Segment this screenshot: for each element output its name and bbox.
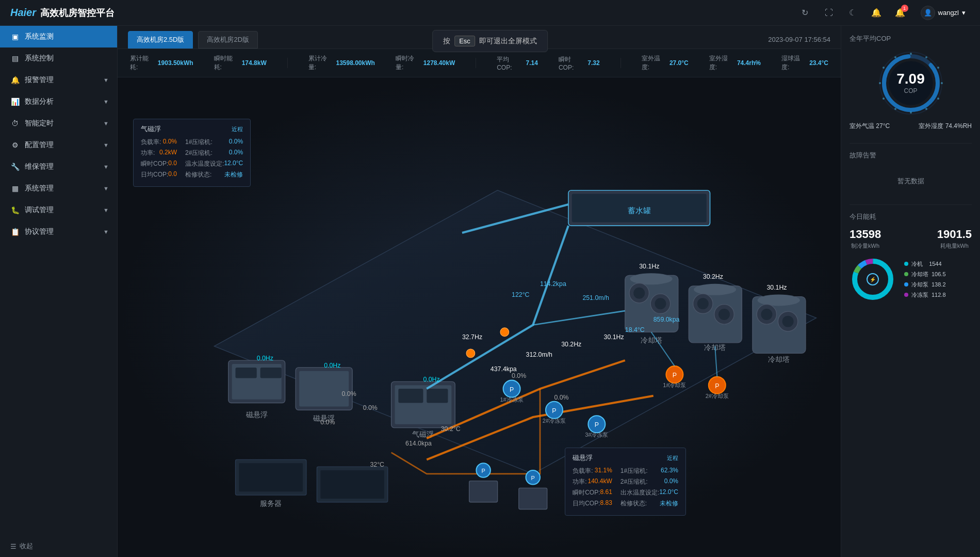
popup-row: 出水温度设定: 12.0°C xyxy=(620,488,678,497)
svg-text:30.1Hz: 30.1Hz xyxy=(639,263,659,270)
svg-text:3#冷冻泵: 3#冷冻泵 xyxy=(585,432,608,438)
config-icon: ⚙ xyxy=(10,140,20,150)
sidebar-item-smart-timer[interactable]: ⏱ 智能定时 ▼ xyxy=(0,113,117,134)
svg-text:磁悬浮: 磁悬浮 xyxy=(246,411,268,419)
sidebar-item-data-analysis[interactable]: 📊 数据分析 ▼ xyxy=(0,91,117,113)
popup-row: 2#压缩机: 0.0% xyxy=(620,478,678,486)
system-icon: ▦ xyxy=(10,184,20,193)
sidebar-item-alarm-mgmt[interactable]: 🔔 报警管理 ▼ xyxy=(0,69,117,91)
fullscreen-icon[interactable]: ⛶ xyxy=(822,6,836,20)
svg-point-17 xyxy=(633,288,645,299)
popup-row: 日均COP: 8.83 xyxy=(573,499,612,508)
popup-row: 瞬时COP: 0.0 xyxy=(141,160,177,168)
svg-text:122°C: 122°C xyxy=(512,291,530,298)
svg-text:32.7Hz: 32.7Hz xyxy=(462,333,482,341)
instant-energy-stat: 瞬时能耗: 174.8kW xyxy=(214,54,267,72)
outdoor-humidity-value: 74.4rh% xyxy=(737,59,761,67)
popup-row: 瞬时COP: 8.61 xyxy=(573,488,612,497)
svg-text:0.0%: 0.0% xyxy=(363,404,378,411)
tab-2d5[interactable]: 高效机房2.5D版 xyxy=(128,31,193,49)
svg-text:437.4kpa: 437.4kpa xyxy=(491,365,517,373)
env-temp-label: 室外气温 27°C xyxy=(850,122,890,131)
volume-icon[interactable]: 🔔 xyxy=(869,6,884,20)
popup-maglev-link[interactable]: 近程 xyxy=(232,125,243,133)
svg-text:30.2Hz: 30.2Hz xyxy=(703,273,723,280)
sidebar-item-label: 协议管理 xyxy=(25,227,54,236)
popup-maglev2-link[interactable]: 近程 xyxy=(667,454,678,462)
popup-row: 负载率: 31.1% xyxy=(573,467,612,475)
sidebar-collapse-btn[interactable]: ☰ 收起 xyxy=(0,535,117,557)
sidebar-item-config-mgmt[interactable]: ⚙ 配置管理 ▼ xyxy=(0,134,117,156)
svg-point-33 xyxy=(782,316,794,327)
svg-point-100 xyxy=(937,98,939,100)
sidebar-item-debug-mgmt[interactable]: 🐛 调试管理 ▼ xyxy=(0,199,117,221)
svg-rect-81 xyxy=(519,488,547,509)
notification-icon[interactable]: 🔔 1 xyxy=(893,6,907,20)
legend-value-freezepump: 112.8 xyxy=(932,292,946,298)
svg-rect-3 xyxy=(236,368,257,378)
expand-arrow-icon: ▼ xyxy=(103,142,109,148)
cumulative-cooling-label: 累计冷量: xyxy=(308,54,334,72)
svg-point-98 xyxy=(937,67,939,69)
svg-text:P: P xyxy=(510,386,514,393)
maintenance-icon: 🔧 xyxy=(10,162,20,171)
cop-number: 7.09 xyxy=(896,72,925,86)
svg-text:P: P xyxy=(715,383,719,390)
avg-cop-label: 平均COP: xyxy=(497,55,524,71)
popup-row: 2#压缩机: 0.0% xyxy=(185,149,243,157)
gauge-container: 7.09 COP xyxy=(850,50,972,117)
svg-point-26 xyxy=(718,309,730,320)
fault-title: 故障告警 xyxy=(850,151,972,160)
svg-text:P: P xyxy=(673,372,677,379)
sidebar-item-maintenance[interactable]: 🔧 维保管理 ▼ xyxy=(0,156,117,178)
popup-maglev2-card: 磁悬浮 近程 负载率: 31.1% 功率: 140.4kW xyxy=(565,448,686,516)
sidebar-item-system-mgmt[interactable]: ▦ 系统管理 ▼ xyxy=(0,178,117,199)
svg-text:蓄水罐: 蓄水罐 xyxy=(628,206,651,215)
refresh-icon[interactable]: ↻ xyxy=(798,6,812,20)
sidebar-item-label: 调试管理 xyxy=(25,205,54,215)
svg-point-84 xyxy=(466,349,475,357)
svg-text:2#冷冻泵: 2#冷冻泵 xyxy=(543,418,566,424)
cooling-energy-item: 13598 制冷量kWh xyxy=(850,228,881,250)
svg-text:0.0Hz: 0.0Hz xyxy=(257,355,273,362)
energy-title: 今日能耗 xyxy=(850,212,972,221)
alarm-icon: 🔔 xyxy=(10,75,20,85)
sidebar-item-label: 系统控制 xyxy=(25,54,54,63)
svg-point-15 xyxy=(630,273,672,284)
user-avatar: 👤 xyxy=(921,6,935,20)
collapse-icon: ☰ xyxy=(10,543,17,550)
svg-point-85 xyxy=(500,328,509,336)
popup-row: 负载率: 0.0% xyxy=(141,138,177,147)
legend-label-freezepump: 冷冻泵 xyxy=(911,291,928,299)
donut-center-icon: ⚡ xyxy=(867,273,879,285)
expand-arrow-icon: ▼ xyxy=(103,77,109,83)
svg-text:0.0%: 0.0% xyxy=(554,394,568,401)
gauge-svg: 7.09 COP xyxy=(877,50,944,117)
sidebar-item-label: 数据分析 xyxy=(25,97,54,106)
user-dropdown-icon: ▾ xyxy=(962,9,966,17)
datetime-display: 2023-09-07 17:56:54 xyxy=(768,36,830,43)
sidebar-item-protocol-mgmt[interactable]: 📋 协议管理 ▼ xyxy=(0,221,117,243)
svg-text:614.0kpa: 614.0kpa xyxy=(405,440,432,447)
sidebar-item-label: 系统管理 xyxy=(25,184,54,193)
legend-item-coolpump: 冷却泵 138.2 xyxy=(904,281,972,289)
svg-text:P: P xyxy=(481,468,485,474)
moon-icon[interactable]: ☾ xyxy=(845,6,860,20)
debug-icon: 🐛 xyxy=(10,205,20,215)
sidebar-item-system-monitor[interactable]: ▣ 系统监测 xyxy=(0,26,117,47)
sidebar-item-label: 维保管理 xyxy=(25,162,54,171)
sidebar-item-system-control[interactable]: ▤ 系统控制 xyxy=(0,47,117,69)
svg-text:30.1Hz: 30.1Hz xyxy=(766,284,787,291)
svg-text:P: P xyxy=(595,421,599,428)
svg-text:32°C: 32°C xyxy=(370,461,384,468)
svg-point-97 xyxy=(925,56,927,58)
svg-text:859.0kpa: 859.0kpa xyxy=(654,316,680,323)
svg-rect-78 xyxy=(469,481,498,502)
analysis-icon: 📊 xyxy=(10,97,20,106)
instant-cop-stat: 瞬时COP: 7.32 xyxy=(559,55,600,71)
instant-cop-value: 7.32 xyxy=(587,59,599,67)
donut-area: ⚡ 冷机 1544 冷却塔 106.5 冷却泵 xyxy=(850,256,972,303)
popup-row: 日均COP: 0.0 xyxy=(141,170,177,179)
user-menu[interactable]: 👤 wangzl ▾ xyxy=(917,4,970,22)
tab-2d[interactable]: 高效机房2D版 xyxy=(198,31,258,49)
